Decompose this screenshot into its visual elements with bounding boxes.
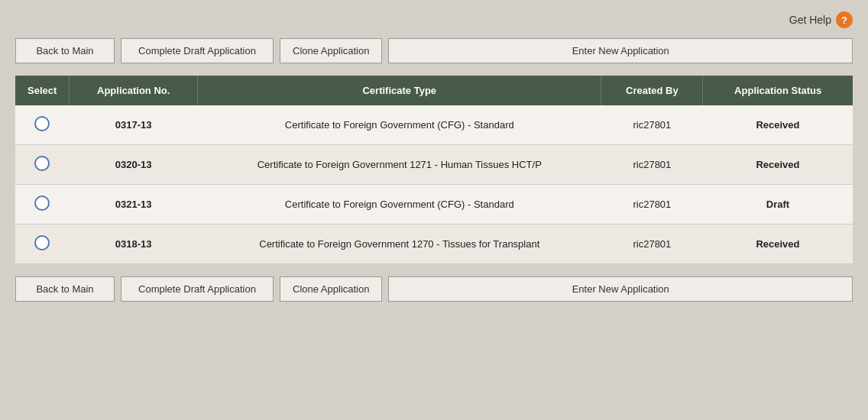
- back-to-main-button-bottom[interactable]: Back to Main: [15, 276, 115, 302]
- app-status-cell: Draft: [703, 185, 853, 225]
- col-header-app-no: Application No.: [70, 76, 198, 105]
- app-number-cell: 0318-13: [70, 225, 198, 264]
- top-button-bar: Back to Main Complete Draft Application …: [8, 38, 860, 63]
- app-number-cell: 0317-13: [70, 105, 198, 145]
- table-row: 0317-13Certificate to Foreign Government…: [15, 105, 853, 145]
- clone-application-button-bottom[interactable]: Clone Application: [280, 276, 382, 302]
- table-row: 0318-13Certificate to Foreign Government…: [15, 225, 853, 264]
- back-to-main-button-top[interactable]: Back to Main: [15, 38, 115, 63]
- radio-button[interactable]: [34, 235, 50, 250]
- cert-type-cell: Certificate to Foreign Government 1270 -…: [198, 225, 601, 264]
- radio-button[interactable]: [34, 156, 50, 171]
- app-status-cell: Received: [703, 145, 853, 185]
- table-row: 0320-13Certificate to Foreign Government…: [15, 145, 853, 185]
- cert-type-cell: Certificate to Foreign Government 1271 -…: [198, 145, 601, 185]
- table-header-row: Select Application No. Certificate Type …: [15, 76, 853, 105]
- select-cell[interactable]: [15, 145, 70, 185]
- applications-table: Select Application No. Certificate Type …: [15, 76, 853, 264]
- complete-draft-button-top[interactable]: Complete Draft Application: [121, 38, 274, 63]
- app-status-cell: Received: [703, 225, 853, 264]
- created-by-cell: ric27801: [601, 145, 703, 185]
- col-header-app-status: Application Status: [703, 76, 853, 105]
- complete-draft-button-bottom[interactable]: Complete Draft Application: [121, 276, 274, 302]
- get-help-label: Get Help: [789, 14, 831, 26]
- enter-new-application-button-top[interactable]: Enter New Application: [388, 38, 853, 63]
- created-by-cell: ric27801: [601, 105, 703, 145]
- enter-new-application-button-bottom[interactable]: Enter New Application: [388, 276, 853, 302]
- created-by-cell: ric27801: [601, 225, 703, 264]
- cert-type-cell: Certificate to Foreign Government (CFG) …: [198, 105, 601, 145]
- table-row: 0321-13Certificate to Foreign Government…: [15, 185, 853, 225]
- get-help-button[interactable]: Get Help ?: [789, 11, 853, 28]
- app-status-cell: Received: [703, 105, 853, 145]
- created-by-cell: ric27801: [601, 185, 703, 225]
- select-cell[interactable]: [15, 105, 70, 145]
- main-content: Select Application No. Certificate Type …: [8, 76, 860, 264]
- col-header-created-by: Created By: [601, 76, 703, 105]
- cert-type-cell: Certificate to Foreign Government (CFG) …: [198, 185, 601, 225]
- col-header-select: Select: [15, 76, 70, 105]
- bottom-button-bar: Back to Main Complete Draft Application …: [8, 276, 860, 302]
- app-number-cell: 0320-13: [70, 145, 198, 185]
- select-cell[interactable]: [15, 185, 70, 225]
- clone-application-button-top[interactable]: Clone Application: [280, 38, 382, 63]
- radio-button[interactable]: [34, 116, 50, 131]
- col-header-cert-type: Certificate Type: [198, 76, 601, 105]
- app-number-cell: 0321-13: [70, 185, 198, 225]
- top-bar: Get Help ?: [8, 8, 860, 32]
- radio-button[interactable]: [34, 195, 50, 211]
- help-icon: ?: [836, 11, 853, 28]
- select-cell[interactable]: [15, 225, 70, 264]
